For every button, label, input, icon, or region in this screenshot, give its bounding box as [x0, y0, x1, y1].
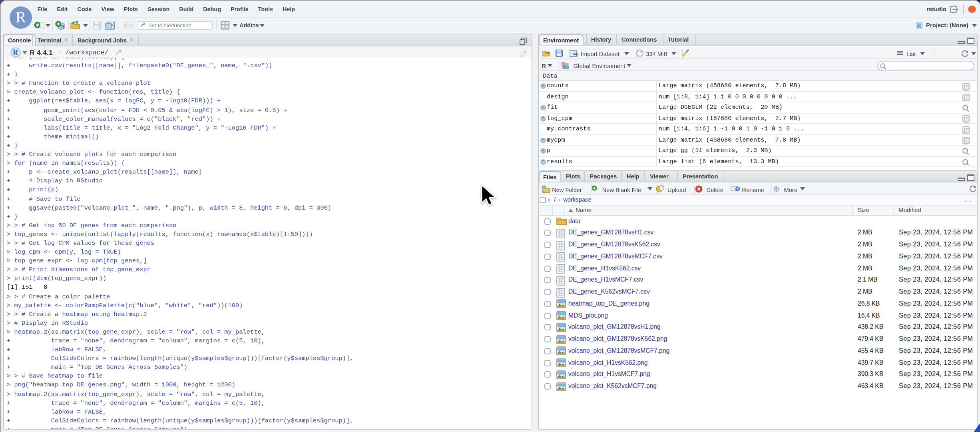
svg-text:R: R — [13, 48, 19, 57]
svg-text:R: R — [917, 22, 921, 28]
svg-text:R: R — [61, 23, 65, 29]
